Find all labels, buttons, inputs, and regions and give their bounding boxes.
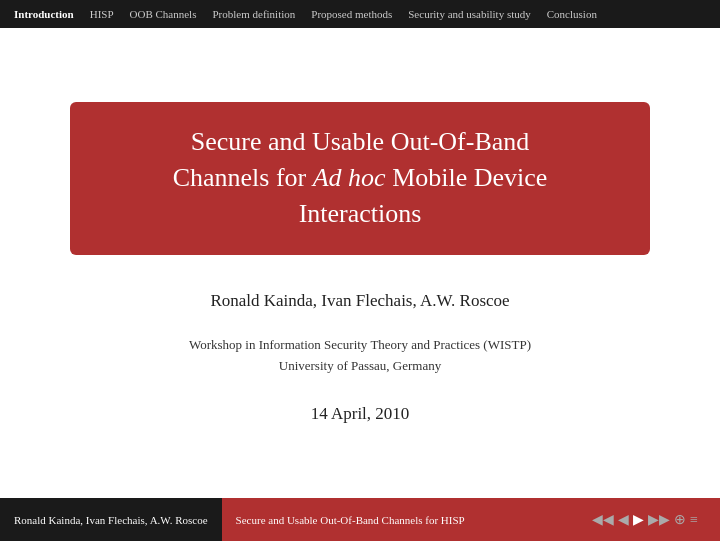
navigation-bar: Introduction HISP OOB Channels Problem d… [0,0,720,28]
nav-last-icon[interactable]: ▶▶ [648,511,670,528]
authors: Ronald Kainda, Ivan Flechais, A.W. Rosco… [210,291,509,311]
nav-item-proposed-methods[interactable]: Proposed methods [303,0,400,28]
workshop-line1: Workshop in Information Security Theory … [189,335,531,356]
nav-first-icon[interactable]: ◀◀ [592,511,614,528]
footer-bar: Ronald Kainda, Ivan Flechais, A.W. Rosco… [0,498,720,541]
workshop-info: Workshop in Information Security Theory … [189,335,531,377]
nav-item-introduction[interactable]: Introduction [6,0,82,28]
title-line2: Channels for Ad hoc Mobile Device Intera… [110,160,610,233]
footer-right: Secure and Usable Out-Of-Band Channels f… [222,498,720,541]
footer-nav-icons: ◀◀ ◀ ▶ ▶▶ ⊕ ≡ [592,511,706,528]
title-line1: Secure and Usable Out-Of-Band [110,124,610,160]
nav-item-security-usability[interactable]: Security and usability study [400,0,539,28]
presentation-date: 14 April, 2010 [311,404,410,424]
footer-left: Ronald Kainda, Ivan Flechais, A.W. Rosco… [0,498,222,541]
nav-prev-icon[interactable]: ◀ [618,511,629,528]
slide-main: Secure and Usable Out-Of-Band Channels f… [0,28,720,498]
nav-item-conclusion[interactable]: Conclusion [539,0,605,28]
nav-item-hisp[interactable]: HISP [82,0,122,28]
workshop-line2: University of Passau, Germany [189,356,531,377]
nav-next-icon[interactable]: ▶ [633,511,644,528]
nav-item-problem-definition[interactable]: Problem definition [204,0,303,28]
title-box: Secure and Usable Out-Of-Band Channels f… [70,102,650,255]
nav-item-oob-channels[interactable]: OOB Channels [122,0,205,28]
nav-zoom-icon[interactable]: ⊕ [674,511,686,528]
nav-menu-icon[interactable]: ≡ [690,512,698,528]
